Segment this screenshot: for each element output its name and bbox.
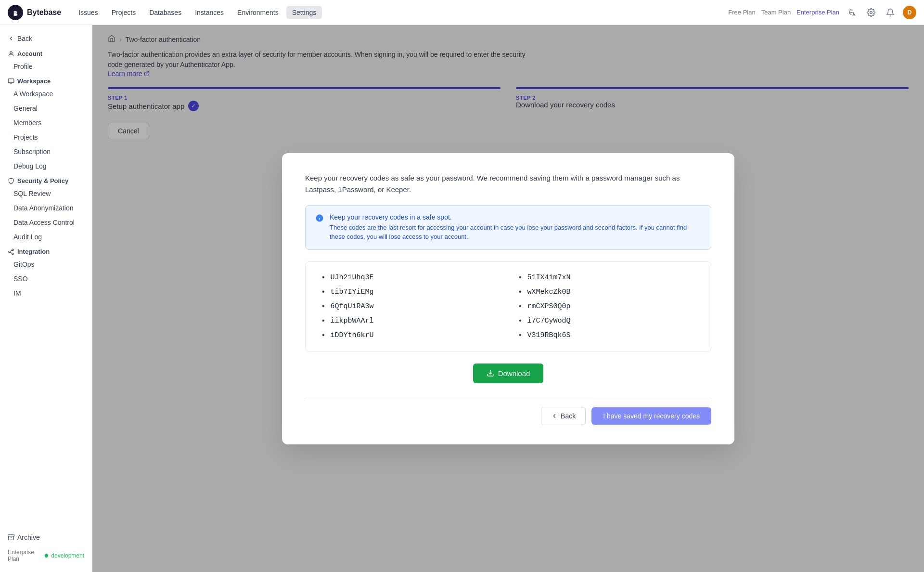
code-item-5-right: • V319RBqk6S bbox=[518, 331, 695, 340]
sidebar-section-integration: Integration bbox=[0, 244, 92, 257]
nav-item-databases[interactable]: Databases bbox=[143, 6, 187, 19]
sidebar-item-audit-log[interactable]: Audit Log bbox=[0, 230, 92, 244]
sidebar: Back Account Profile Workspace A Workspa… bbox=[0, 25, 92, 572]
svg-point-2 bbox=[10, 52, 13, 54]
sidebar-item-debug-log[interactable]: Debug Log bbox=[0, 159, 92, 173]
sidebar-section-workspace: Workspace bbox=[0, 74, 92, 87]
free-plan-link[interactable]: Free Plan bbox=[728, 9, 755, 16]
modal-footer: Back I have saved my recovery codes bbox=[305, 397, 711, 425]
sidebar-item-members[interactable]: Members bbox=[0, 116, 92, 130]
sidebar-item-sso[interactable]: SSO bbox=[0, 272, 92, 286]
sidebar-item-gitops[interactable]: GitOps bbox=[0, 257, 92, 272]
avatar[interactable]: D bbox=[903, 6, 916, 19]
sidebar-item-data-anonymization[interactable]: Data Anonymization bbox=[0, 201, 92, 215]
nav-right: Free Plan Team Plan Enterprise Plan D bbox=[728, 6, 916, 19]
code-item-1-right: • 51IX4im7xN bbox=[518, 273, 695, 282]
recovery-codes-container: • UJh21Uhq3E • 51IX4im7xN • tib7IYiEMg •… bbox=[305, 261, 711, 352]
sidebar-footer: Enterprise Plan development bbox=[0, 545, 92, 566]
sidebar-back-button[interactable]: Back bbox=[0, 31, 92, 46]
sidebar-item-archive[interactable]: Archive bbox=[0, 530, 92, 545]
nav-items: Issues Projects Databases Instances Envi… bbox=[73, 6, 728, 19]
info-box: Keep your recovery codes in a safe spot.… bbox=[305, 205, 711, 250]
logo-icon bbox=[8, 5, 23, 20]
code-item-2-left: • tib7IYiEMg bbox=[321, 288, 499, 297]
top-nav: Bytebase Issues Projects Databases Insta… bbox=[0, 0, 924, 25]
svg-point-1 bbox=[870, 11, 873, 13]
status-dot bbox=[45, 554, 48, 558]
nav-item-projects[interactable]: Projects bbox=[106, 6, 142, 19]
logo-text: Bytebase bbox=[27, 8, 61, 17]
team-plan-link[interactable]: Team Plan bbox=[761, 9, 791, 16]
code-item-5-left: • iDDYth6krU bbox=[321, 331, 499, 340]
recovery-codes-grid: • UJh21Uhq3E • 51IX4im7xN • tib7IYiEMg •… bbox=[321, 273, 695, 340]
sidebar-item-general[interactable]: General bbox=[0, 101, 92, 116]
sidebar-back-label: Back bbox=[17, 35, 32, 42]
sidebar-section-account: Account bbox=[0, 46, 92, 59]
nav-item-instances[interactable]: Instances bbox=[189, 6, 230, 19]
code-item-3-left: • 6QfqUiRA3w bbox=[321, 302, 499, 311]
nav-item-issues[interactable]: Issues bbox=[73, 6, 103, 19]
download-button[interactable]: Download bbox=[473, 364, 544, 383]
confirm-saved-button[interactable]: I have saved my recovery codes bbox=[591, 407, 711, 425]
sidebar-item-data-access-control[interactable]: Data Access Control bbox=[0, 215, 92, 230]
modal-overlay: Keep your recovery codes as safe as your… bbox=[92, 25, 924, 572]
info-title: Keep your recovery codes in a safe spot. bbox=[330, 213, 701, 221]
info-desc: These codes are the last resort for acce… bbox=[330, 223, 701, 242]
recovery-codes-modal: Keep your recovery codes as safe as your… bbox=[282, 153, 734, 444]
sidebar-item-profile[interactable]: Profile bbox=[0, 59, 92, 74]
sidebar-item-im[interactable]: IM bbox=[0, 286, 92, 300]
sidebar-section-security: Security & Policy bbox=[0, 173, 92, 186]
code-item-3-right: • rmCXPS0Q0p bbox=[518, 302, 695, 311]
svg-rect-3 bbox=[8, 78, 14, 82]
code-item-1-left: • UJh21Uhq3E bbox=[321, 273, 499, 282]
code-item-2-right: • wXMekcZk0B bbox=[518, 288, 695, 297]
nav-item-settings[interactable]: Settings bbox=[286, 6, 322, 19]
info-content: Keep your recovery codes in a safe spot.… bbox=[330, 213, 701, 242]
translate-icon[interactable] bbox=[845, 6, 859, 19]
svg-point-5 bbox=[9, 251, 11, 253]
svg-rect-9 bbox=[8, 535, 14, 536]
download-btn-wrap: Download bbox=[305, 364, 711, 383]
sidebar-item-projects[interactable]: Projects bbox=[0, 130, 92, 144]
svg-line-8 bbox=[10, 250, 12, 251]
enterprise-plan-link[interactable]: Enterprise Plan bbox=[796, 9, 839, 16]
code-item-4-right: • i7C7CyWodQ bbox=[518, 317, 695, 325]
sidebar-item-subscription[interactable]: Subscription bbox=[0, 144, 92, 159]
svg-line-7 bbox=[10, 252, 12, 253]
modal-body-text: Keep your recovery codes as safe as your… bbox=[305, 172, 711, 195]
sidebar-item-sql-review[interactable]: SQL Review bbox=[0, 186, 92, 201]
code-item-4-left: • iikpbWAArl bbox=[321, 317, 499, 325]
svg-point-4 bbox=[12, 249, 14, 251]
nav-item-environments[interactable]: Environments bbox=[231, 6, 284, 19]
svg-point-6 bbox=[12, 253, 14, 255]
bell-icon[interactable] bbox=[884, 6, 897, 19]
settings-icon[interactable] bbox=[864, 6, 878, 19]
info-icon bbox=[315, 214, 324, 242]
sidebar-item-workspace[interactable]: A Workspace bbox=[0, 87, 92, 101]
logo-area[interactable]: Bytebase bbox=[8, 5, 61, 20]
modal-back-button[interactable]: Back bbox=[541, 407, 586, 425]
